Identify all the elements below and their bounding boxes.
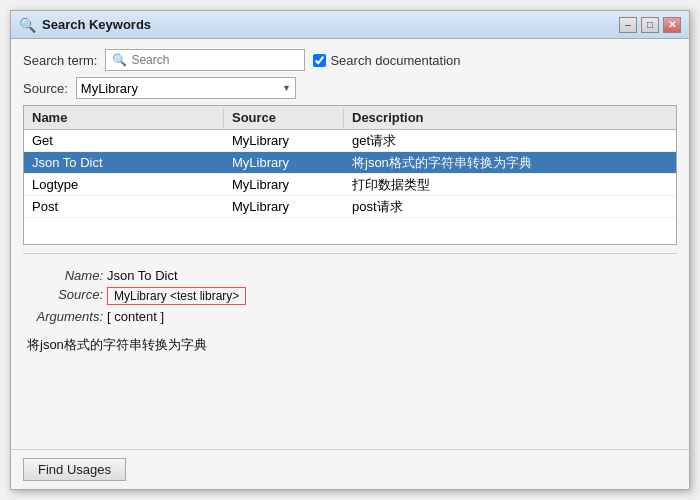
search-label: Search term: <box>23 53 97 68</box>
cell-desc-jsontodict: 将json格式的字符串转换为字典 <box>344 152 676 174</box>
title-bar: 🔍 Search Keywords – □ ✕ <box>11 11 689 39</box>
detail-arguments-label: Arguments: <box>27 309 103 324</box>
minimize-button[interactable]: – <box>619 17 637 33</box>
cell-name-jsontodict: Json To Dict <box>24 153 224 172</box>
title-bar-left: 🔍 Search Keywords <box>19 17 151 33</box>
source-select-wrapper: MyLibrary All <box>76 77 296 99</box>
detail-source-row: Source: MyLibrary <test library> <box>27 287 673 305</box>
table-row[interactable]: Logtype MyLibrary 打印数据类型 <box>24 174 676 196</box>
detail-name-row: Name: Json To Dict <box>27 268 673 283</box>
col-header-source: Source <box>224 108 344 127</box>
source-select[interactable]: MyLibrary All <box>76 77 296 99</box>
cell-source-logtype: MyLibrary <box>224 175 344 194</box>
source-row: Source: MyLibrary All <box>23 77 677 99</box>
main-content: Search term: 🔍 Search documentation Sour… <box>11 39 689 449</box>
col-header-description: Description <box>344 108 676 127</box>
detail-name-label: Name: <box>27 268 103 283</box>
window-icon: 🔍 <box>19 17 36 33</box>
close-button[interactable]: ✕ <box>663 17 681 33</box>
table-header: Name Source Description <box>24 106 676 130</box>
keywords-table: Name Source Description Get MyLibrary ge… <box>23 105 677 245</box>
detail-description: 将json格式的字符串转换为字典 <box>27 336 673 354</box>
search-input[interactable] <box>131 53 298 67</box>
cell-source-get: MyLibrary <box>224 131 344 150</box>
table-body: Get MyLibrary get请求 Json To Dict MyLibra… <box>24 130 676 244</box>
table-row[interactable]: Get MyLibrary get请求 <box>24 130 676 152</box>
title-controls: – □ ✕ <box>619 17 681 33</box>
search-icon: 🔍 <box>112 53 127 67</box>
cell-desc-post: post请求 <box>344 196 676 218</box>
window-title: Search Keywords <box>42 17 151 32</box>
find-usages-button[interactable]: Find Usages <box>23 458 126 481</box>
cell-desc-get: get请求 <box>344 130 676 152</box>
search-term-row: Search term: 🔍 Search documentation <box>23 49 677 71</box>
col-header-name: Name <box>24 108 224 127</box>
checkbox-label: Search documentation <box>330 53 460 68</box>
source-label: Source: <box>23 81 68 96</box>
detail-arguments-row: Arguments: [ content ] <box>27 309 673 324</box>
divider <box>23 253 677 254</box>
cell-source-post: MyLibrary <box>224 197 344 216</box>
bottom-bar: Find Usages <box>11 449 689 489</box>
cell-name-get: Get <box>24 131 224 150</box>
cell-source-jsontodict: MyLibrary <box>224 153 344 172</box>
search-keywords-window: 🔍 Search Keywords – □ ✕ Search term: 🔍 S… <box>10 10 690 490</box>
table-row[interactable]: Post MyLibrary post请求 <box>24 196 676 218</box>
documentation-checkbox[interactable] <box>313 54 326 67</box>
cell-name-post: Post <box>24 197 224 216</box>
maximize-button[interactable]: □ <box>641 17 659 33</box>
detail-name-value: Json To Dict <box>107 268 178 283</box>
detail-source-label: Source: <box>27 287 103 302</box>
checkbox-row: Search documentation <box>313 53 460 68</box>
table-row[interactable]: Json To Dict MyLibrary 将json格式的字符串转换为字典 <box>24 152 676 174</box>
detail-source-value: MyLibrary <test library> <box>107 287 246 305</box>
cell-name-logtype: Logtype <box>24 175 224 194</box>
search-box: 🔍 <box>105 49 305 71</box>
detail-arguments-value: [ content ] <box>107 309 164 324</box>
cell-desc-logtype: 打印数据类型 <box>344 174 676 196</box>
detail-area: Name: Json To Dict Source: MyLibrary <te… <box>23 262 677 439</box>
